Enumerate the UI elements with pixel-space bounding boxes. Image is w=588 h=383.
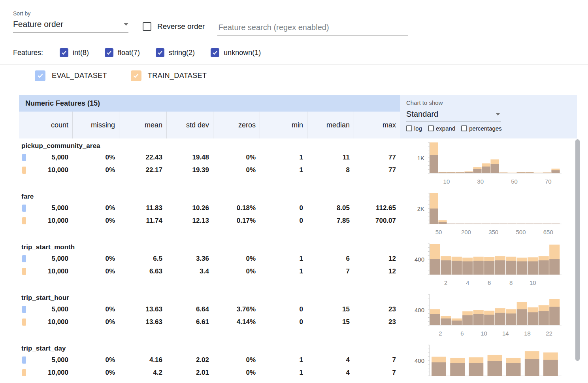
feature-type-filter-int[interactable]: int(8)	[60, 48, 89, 57]
checkbox-checked-icon[interactable]	[211, 48, 219, 57]
feature-chart: 400246810	[400, 240, 577, 290]
chart-option-checkbox-expand[interactable]	[428, 125, 434, 131]
feature-search-input[interactable]	[217, 20, 408, 36]
stat-row-eval: 5,0000%6.53.360%1612	[19, 252, 400, 265]
feature-block-trip_start_month: trip_start_month5,0000%6.53.360%161210,0…	[19, 240, 577, 290]
checkbox-checked-icon[interactable]	[60, 48, 68, 57]
chevron-down-icon	[496, 113, 500, 116]
feature-type-filter-label: float(7)	[118, 49, 140, 57]
stat-cell-missing: 0%	[72, 267, 119, 275]
chart-option-checkbox-log[interactable]	[406, 125, 412, 131]
histogram-chart: 1K10305070	[400, 138, 577, 188]
stat-row-train: 10,0000%6.633.40%1712	[19, 265, 400, 278]
dataset-checkbox-icon[interactable]	[35, 70, 45, 81]
stat-cell-median: 8.05	[307, 204, 354, 212]
stat-cell-min: 1	[260, 255, 307, 263]
chart-type-select[interactable]: Standard	[406, 106, 501, 121]
check-icon	[132, 72, 139, 79]
stat-cell-zeros: 4.14%	[213, 318, 260, 326]
stat-cell-std_dev: 6.61	[166, 318, 213, 326]
eval-marker-icon	[22, 205, 26, 212]
features-label: Features:	[13, 49, 43, 57]
feature-stats: pickup_community_area5,0000%22.4319.480%…	[19, 138, 400, 189]
stat-cell-std_dev: 19.39	[166, 166, 213, 174]
check-icon	[37, 72, 44, 79]
feature-chart: 400	[400, 341, 577, 383]
svg-text:500: 500	[516, 229, 526, 235]
column-headers: countmissingmeanstd devzerosminmedianmax	[19, 112, 400, 138]
stat-cell-count: 5,000	[19, 204, 72, 212]
stat-cell-median: 8	[307, 166, 354, 174]
stat-row-eval: 5,0000%11.8310.260.18%08.05112.65	[19, 202, 400, 214]
stat-row-eval: 5,0000%4.162.020%147	[19, 354, 400, 366]
chart-option-checkboxes: logexpandpercentages	[406, 125, 577, 132]
chart-to-show-label: Chart to show	[406, 99, 577, 106]
stat-cell-missing: 0%	[72, 305, 119, 313]
stat-row-train: 10,0000%4.22.010%147	[19, 366, 400, 379]
reverse-order-checkbox[interactable]	[143, 22, 151, 31]
svg-text:2: 2	[444, 279, 447, 286]
stat-cell-count: 10,000	[19, 217, 72, 225]
feature-type-filter-string[interactable]: string(2)	[156, 48, 195, 57]
sort-by-label: Sort by	[13, 10, 128, 17]
svg-text:400: 400	[415, 307, 424, 313]
stat-cell-count: 5,000	[19, 305, 72, 313]
stat-cell-zeros: 0%	[213, 369, 260, 377]
svg-text:400: 400	[415, 256, 424, 263]
svg-text:350: 350	[488, 229, 498, 235]
chart-option-checkbox-percentages[interactable]	[461, 125, 467, 131]
stat-cell-zeros: 0%	[213, 255, 260, 263]
stat-cell-min: 0	[260, 217, 307, 225]
dataset-checkbox-icon[interactable]	[131, 70, 141, 81]
dataset-label: TRAIN_DATASET	[148, 72, 207, 80]
stat-cell-mean: 11.83	[119, 204, 166, 212]
svg-text:18: 18	[524, 330, 531, 337]
stat-cell-count: 5,000	[19, 356, 72, 364]
feature-type-filter-unknown[interactable]: unknown(1)	[211, 48, 261, 57]
svg-text:22: 22	[546, 330, 552, 337]
check-icon	[157, 49, 163, 56]
stat-cell-std_dev: 12.13	[166, 217, 213, 225]
stat-row-train: 10,0000%22.1719.390%1877	[19, 164, 400, 176]
stat-cell-max: 700.07	[354, 217, 400, 225]
feature-name: trip_start_hour	[19, 290, 400, 303]
eval-marker-icon	[22, 306, 26, 313]
stat-cell-mean: 4.16	[119, 356, 166, 364]
stat-cell-missing: 0%	[72, 356, 119, 364]
stat-cell-mean: 4.2	[119, 369, 166, 377]
reverse-order-label: Reverse order	[157, 22, 205, 31]
dataset-toggle-train_dataset[interactable]: TRAIN_DATASET	[131, 70, 207, 81]
stat-cell-count: 10,000	[19, 318, 72, 326]
histogram-chart: 400	[400, 341, 577, 383]
stat-cell-std_dev: 3.36	[166, 255, 213, 263]
sort-order-select[interactable]: Feature order	[13, 19, 128, 33]
vertical-scrollbar[interactable]	[575, 139, 580, 361]
train-marker-icon	[22, 369, 26, 376]
checkbox-checked-icon[interactable]	[105, 48, 113, 57]
stat-cell-min: 0	[260, 318, 307, 326]
stat-cell-std_dev: 19.48	[166, 154, 213, 161]
feature-name: fare	[19, 189, 400, 202]
chart-option-label: percentages	[469, 125, 502, 132]
column-header-max: max	[354, 112, 400, 138]
check-icon	[61, 49, 67, 56]
stat-cell-mean: 11.74	[119, 217, 166, 225]
sort-by-group: Sort by Feature order	[13, 10, 128, 33]
eval-marker-icon	[22, 255, 26, 262]
chevron-down-icon	[124, 23, 128, 26]
train-marker-icon	[22, 217, 26, 224]
checkbox-checked-icon[interactable]	[156, 48, 164, 57]
sort-order-value: Feature order	[13, 19, 63, 29]
dataset-label: EVAL_DATASET	[52, 72, 107, 80]
column-header-count: count	[19, 112, 72, 138]
feature-type-filters: int(8)float(7)string(2)unknown(1)	[60, 48, 277, 57]
feature-name: pickup_community_area	[19, 138, 400, 151]
stat-cell-missing: 0%	[72, 369, 119, 377]
table-header-row: Numeric Features (15) countmissingmeanst…	[19, 95, 577, 138]
stat-cell-max: 23	[354, 305, 400, 313]
feature-type-filter-float[interactable]: float(7)	[105, 48, 140, 57]
svg-text:30: 30	[477, 178, 484, 185]
dataset-toggle-eval_dataset[interactable]: EVAL_DATASET	[35, 70, 107, 81]
stat-cell-missing: 0%	[72, 217, 119, 225]
stat-cell-min: 1	[260, 166, 307, 174]
